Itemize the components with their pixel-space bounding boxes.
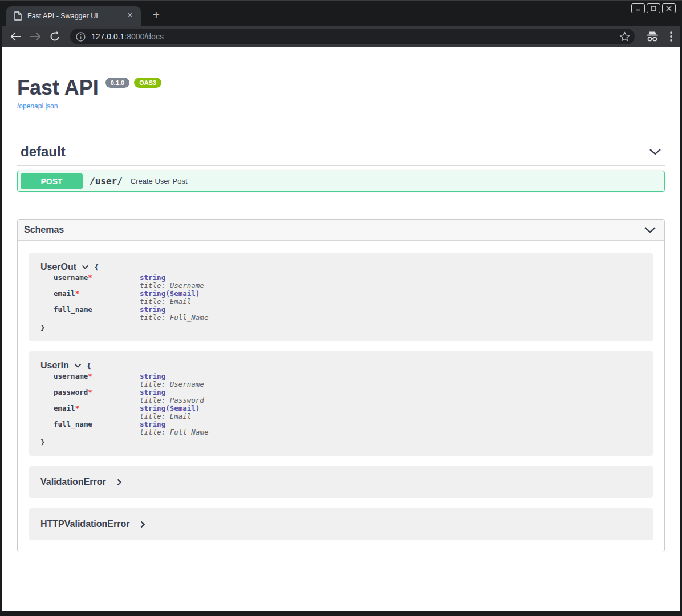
property-name: email* <box>54 290 140 306</box>
required-marker: * <box>88 388 92 396</box>
incognito-icon <box>645 31 660 42</box>
forward-button[interactable] <box>27 28 44 45</box>
property-name: password* <box>54 388 140 404</box>
required-marker: * <box>88 273 92 282</box>
version-badge: 0.1.0 <box>105 78 129 88</box>
property-type: string <box>140 274 204 282</box>
schemas-body: UserOut{username*stringtitle: Usernameem… <box>18 241 664 552</box>
url-host: 127.0.0.1 <box>91 32 124 41</box>
chevron-right-icon[interactable] <box>117 479 121 486</box>
open-brace: { <box>94 263 99 271</box>
maximize-button[interactable] <box>647 3 660 13</box>
window-controls <box>631 3 676 13</box>
chevron-right-icon[interactable] <box>140 521 145 528</box>
document-icon <box>14 11 22 21</box>
property-type: string <box>140 388 204 396</box>
close-brace: } <box>40 323 642 332</box>
model-name: UserIn <box>40 360 69 371</box>
property-row: username*stringtitle: Username <box>54 372 642 388</box>
url-text[interactable]: 127.0.0.1:8000/docs <box>91 32 619 41</box>
schemas-heading: Schemas <box>24 225 64 235</box>
model-name: ValidationError <box>40 477 106 487</box>
browser-toolbar: 127.0.0.1:8000/docs <box>2 26 680 47</box>
property-name: email* <box>54 404 140 420</box>
reload-button[interactable] <box>46 28 63 45</box>
url-path: :8000/docs <box>124 32 164 41</box>
chevron-down-icon[interactable] <box>644 226 656 233</box>
tab-title: Fast API - Swagger UI <box>27 12 125 20</box>
property-type: string <box>140 306 208 314</box>
titlebar: Fast API - Swagger UI × + <box>2 1 680 26</box>
method-badge: POST <box>21 173 83 189</box>
required-marker: * <box>75 404 80 412</box>
property-row: email*string($email)title: Email <box>54 290 642 306</box>
property-type: string($email) <box>140 404 200 412</box>
page-title: Fast API <box>17 76 99 100</box>
schemas-header[interactable]: Schemas <box>18 220 664 241</box>
property-type: string($email) <box>140 290 200 298</box>
chevron-down-icon[interactable] <box>74 363 82 368</box>
model-header[interactable]: UserIn{ <box>40 360 642 371</box>
open-brace: { <box>87 362 91 370</box>
opblock-post-user[interactable]: POST /user/ Create User Post <box>17 171 665 192</box>
toolbar-right <box>645 31 672 42</box>
property-type: string <box>140 420 208 428</box>
property-name: full_name <box>54 420 140 436</box>
property-name: username* <box>54 274 140 290</box>
model-UserOut: UserOut{username*stringtitle: Usernameem… <box>29 253 653 341</box>
property-name: full_name <box>54 306 140 322</box>
schemas-section: Schemas UserOut{username*stringtitle: Us… <box>17 219 665 552</box>
property-title: title: Username <box>140 282 204 290</box>
property-title: title: Email <box>140 298 200 306</box>
required-marker: * <box>75 289 80 298</box>
address-bar[interactable]: 127.0.0.1:8000/docs <box>70 29 635 44</box>
menu-dots-icon[interactable] <box>670 31 672 42</box>
operation-path: /user/ <box>90 176 123 187</box>
required-marker: * <box>88 372 92 380</box>
model-HTTPValidationError[interactable]: HTTPValidationError <box>29 508 653 540</box>
browser-tab[interactable]: Fast API - Swagger UI × <box>6 6 141 26</box>
property-title: title: Username <box>140 380 204 388</box>
property-title: title: Email <box>140 412 200 420</box>
property-title: title: Full_Name <box>140 314 208 322</box>
model-header[interactable]: UserOut{ <box>40 262 642 272</box>
model-name: HTTPValidationError <box>40 519 129 529</box>
operation-summary: Create User Post <box>131 177 188 185</box>
model-name: UserOut <box>40 262 76 272</box>
model-properties: username*stringtitle: Usernamepassword*s… <box>54 372 642 436</box>
model-ValidationError[interactable]: ValidationError <box>29 466 653 498</box>
bookmark-star-icon[interactable] <box>619 31 630 42</box>
property-row: username*stringtitle: Username <box>54 274 642 290</box>
close-button[interactable] <box>662 3 676 13</box>
tag-section-default[interactable]: default <box>17 141 665 166</box>
property-name: username* <box>54 372 140 388</box>
tag-name: default <box>21 144 66 160</box>
oas3-badge: OAS3 <box>134 78 161 88</box>
openapi-spec-link[interactable]: /openapi.json <box>17 102 58 110</box>
property-type: string <box>140 372 204 380</box>
minimize-button[interactable] <box>631 3 645 13</box>
tab-close-icon[interactable]: × <box>125 11 135 21</box>
chevron-down-icon[interactable] <box>649 148 661 155</box>
property-row: full_namestringtitle: Full_Name <box>54 306 642 322</box>
property-title: title: Full_Name <box>140 428 208 436</box>
property-row: password*stringtitle: Password <box>54 388 642 404</box>
model-UserIn: UserIn{username*stringtitle: Usernamepas… <box>29 351 653 456</box>
model-properties: username*stringtitle: Usernameemail*stri… <box>54 274 642 322</box>
chevron-down-icon[interactable] <box>82 265 89 269</box>
new-tab-button[interactable]: + <box>149 8 164 22</box>
swagger-page: Fast API 0.1.0 OAS3 /openapi.json defaul… <box>2 47 680 611</box>
api-info: Fast API 0.1.0 OAS3 /openapi.json <box>17 76 665 111</box>
property-title: title: Password <box>140 396 204 404</box>
back-button[interactable] <box>7 28 25 45</box>
browser-window: Fast API - Swagger UI × + <box>0 0 682 616</box>
property-row: email*string($email)title: Email <box>54 404 642 420</box>
property-row: full_namestringtitle: Full_Name <box>54 420 642 436</box>
close-brace: } <box>40 438 642 447</box>
info-icon[interactable] <box>76 32 86 42</box>
